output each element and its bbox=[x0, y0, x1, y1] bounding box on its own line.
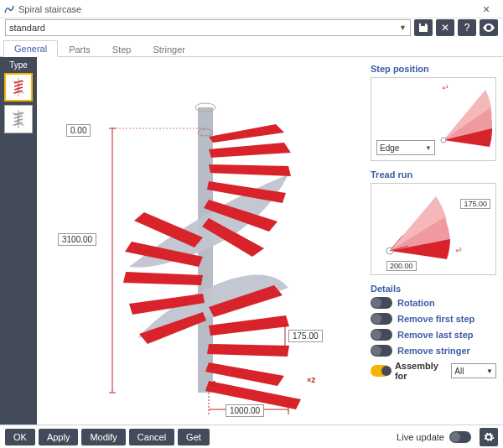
dim-step[interactable]: 175.00 bbox=[288, 330, 323, 342]
tread-run-diagram: ×² bbox=[371, 184, 495, 264]
tread-run-box: ×² 175.00 200.00 bbox=[371, 183, 496, 275]
assembly-label: Assembly for bbox=[395, 361, 446, 381]
preview-button[interactable] bbox=[480, 19, 498, 36]
remove-stringer-toggle[interactable] bbox=[371, 345, 392, 357]
assembly-row: Assembly for All ▼ bbox=[371, 361, 496, 381]
get-button[interactable]: Get bbox=[178, 429, 210, 445]
remove-stringer-label: Remove stringer bbox=[397, 346, 470, 356]
footer: OK Apply Modify Cancel Get Live update bbox=[0, 425, 503, 448]
rotation-label: Rotation bbox=[397, 298, 435, 308]
svg-point-13 bbox=[441, 138, 446, 143]
type-label: Type bbox=[9, 60, 28, 70]
titlebar: Spiral staircase × bbox=[0, 0, 503, 18]
window-title: Spiral staircase bbox=[18, 4, 473, 14]
canvas: 0.00 3100.00 175.00 1000.00 ▪1 ×2 bbox=[37, 57, 364, 425]
preset-select[interactable]: standard ▼ bbox=[5, 19, 411, 36]
settings-button[interactable] bbox=[480, 428, 498, 446]
live-update-toggle[interactable] bbox=[449, 431, 471, 443]
tab-general[interactable]: General bbox=[3, 40, 58, 57]
step-position-section: Step position ×¹ ×² Edge ▼ bbox=[371, 64, 496, 161]
help-button[interactable]: ? bbox=[458, 19, 476, 36]
type-thumb-gray[interactable] bbox=[4, 105, 33, 133]
save-preset-button[interactable] bbox=[414, 19, 433, 36]
close-button[interactable]: × bbox=[473, 3, 500, 16]
tread-inner-dim[interactable]: 200.00 bbox=[386, 261, 417, 271]
svg-text:×¹: ×¹ bbox=[442, 84, 449, 91]
remove-last-toggle[interactable] bbox=[371, 329, 392, 341]
tabstrip: General Parts Step Stringer bbox=[0, 39, 503, 57]
gear-icon bbox=[483, 431, 495, 443]
live-update-group: Live update bbox=[397, 431, 471, 443]
assembly-select[interactable]: All ▼ bbox=[451, 363, 496, 378]
tab-parts[interactable]: Parts bbox=[58, 41, 101, 57]
preset-value: standard bbox=[9, 23, 45, 33]
step-position-title: Step position bbox=[371, 64, 496, 74]
live-update-label: Live update bbox=[397, 432, 444, 442]
rotation-row: Rotation bbox=[371, 297, 496, 309]
step-position-select[interactable]: Edge ▼ bbox=[376, 140, 435, 155]
dim-height[interactable]: 3100.00 bbox=[58, 233, 96, 246]
remove-first-row: Remove first step bbox=[371, 313, 496, 325]
tread-run-title: Tread run bbox=[371, 169, 496, 180]
chevron-down-icon: ▼ bbox=[486, 367, 493, 375]
details-section: Details Rotation Remove first step Remov… bbox=[371, 284, 496, 385]
type-column: Type bbox=[0, 57, 37, 425]
dim-top[interactable]: 0.00 bbox=[66, 124, 91, 137]
remove-last-label: Remove last step bbox=[397, 330, 473, 340]
remove-last-row: Remove last step bbox=[371, 329, 496, 341]
assembly-toggle[interactable] bbox=[371, 365, 390, 377]
svg-text:×²: ×² bbox=[484, 141, 490, 148]
rotation-toggle[interactable] bbox=[371, 297, 392, 309]
remove-first-toggle[interactable] bbox=[371, 313, 392, 325]
tread-run-section: Tread run ×² 175.00 200.00 bbox=[371, 169, 496, 275]
type-thumb-colored[interactable] bbox=[4, 73, 33, 102]
delete-preset-button[interactable]: ✕ bbox=[436, 19, 454, 36]
remove-stringer-row: Remove stringer bbox=[371, 345, 496, 357]
chevron-down-icon: ▼ bbox=[425, 144, 432, 152]
step-position-box: ×¹ ×² Edge ▼ bbox=[371, 77, 496, 161]
details-title: Details bbox=[371, 284, 496, 294]
svg-point-5 bbox=[198, 129, 213, 136]
main-content: Type bbox=[0, 57, 503, 425]
remove-first-label: Remove first step bbox=[397, 314, 474, 324]
step-position-diagram: ×¹ ×² bbox=[437, 81, 492, 150]
app-icon bbox=[3, 3, 15, 15]
marker-2: ×2 bbox=[307, 376, 315, 384]
right-panel: Step position ×¹ ×² Edge ▼ bbox=[364, 57, 503, 425]
apply-button[interactable]: Apply bbox=[39, 429, 79, 445]
dim-radius[interactable]: 1000.00 bbox=[226, 404, 264, 417]
chevron-down-icon: ▼ bbox=[399, 23, 407, 32]
tab-stringer[interactable]: Stringer bbox=[142, 41, 196, 57]
ok-button[interactable]: OK bbox=[5, 429, 35, 445]
tab-step[interactable]: Step bbox=[101, 41, 143, 57]
tread-outer-dim[interactable]: 175.00 bbox=[460, 199, 490, 209]
preset-row: standard ▼ ✕ ? bbox=[0, 18, 503, 39]
marker-1: ▪1 bbox=[210, 379, 216, 388]
modify-button[interactable]: Modify bbox=[81, 429, 125, 445]
svg-text:×²: ×² bbox=[455, 247, 462, 254]
cancel-button[interactable]: Cancel bbox=[129, 429, 174, 445]
